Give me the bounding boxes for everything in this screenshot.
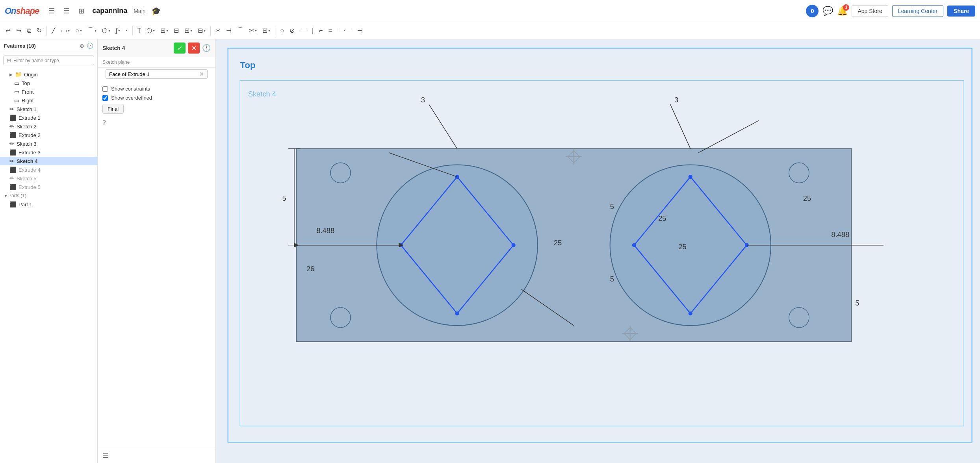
sketch5-label: Sketch 5	[17, 176, 37, 181]
tree-item-sketch3[interactable]: ✏ Sketch 3	[0, 139, 97, 148]
split-tool[interactable]: ✂ ▾	[247, 25, 259, 36]
graduation-icon: 🎓	[151, 6, 161, 16]
diameter-dim[interactable]: ⊘	[287, 25, 297, 36]
sidebar-clock-button[interactable]: 🕐	[87, 43, 93, 49]
polygon-tool[interactable]: ⬡ ▾	[100, 25, 113, 36]
sketch2-label: Sketch 2	[17, 124, 37, 130]
sketch4-label: Sketch 4	[17, 158, 37, 164]
svg-text:25: 25	[658, 214, 666, 222]
confirm-button[interactable]: ✓	[174, 43, 186, 54]
cancel-button[interactable]: ✕	[188, 43, 200, 54]
hamburger-menu-button[interactable]: ☰	[46, 5, 57, 17]
viewport[interactable]: Top Sketch 4	[216, 39, 980, 463]
tree-item-front[interactable]: ▭ Front	[0, 87, 97, 96]
circle-dim[interactable]: ○	[278, 26, 286, 36]
pattern-tool[interactable]: ⊞ ▾	[158, 25, 171, 36]
spline-tool[interactable]: ∫ ▾	[113, 26, 122, 36]
right-label: Right	[22, 98, 33, 104]
undo-button[interactable]: ↩	[3, 25, 13, 36]
sketch-icon: ✏	[9, 123, 14, 130]
appstore-button[interactable]: App Store	[852, 5, 888, 17]
trim-tool[interactable]: ✂	[213, 25, 223, 36]
tree-item-sketch1[interactable]: ✏ Sketch 1	[0, 105, 97, 113]
corner-dim[interactable]: ⌐	[317, 26, 325, 36]
part1-label: Part 1	[19, 202, 32, 207]
copy-button[interactable]: ⧉	[24, 26, 33, 36]
redo-button[interactable]: ↪	[14, 25, 24, 36]
text-tool[interactable]: T	[135, 26, 144, 36]
tree-item-part1[interactable]: ⬛ Part 1	[0, 200, 97, 209]
sketch-options: Show constraints Show overdefined Final	[98, 82, 215, 118]
list-icon-button[interactable]: ☰	[102, 451, 109, 460]
grid-tool[interactable]: ⊞ ▾	[182, 25, 195, 36]
more-dim[interactable]: —·—	[335, 26, 354, 36]
svg-point-2	[455, 311, 459, 315]
extrude-icon: ⬛	[9, 167, 16, 173]
line-dim2[interactable]: |	[310, 26, 316, 36]
tree-item-sketch2[interactable]: ✏ Sketch 2	[0, 122, 97, 131]
mirror-tool[interactable]: ⊞ ▾	[260, 25, 273, 36]
show-overdefined-checkbox[interactable]	[102, 95, 108, 101]
rotate-button[interactable]: ↻	[34, 25, 44, 36]
tree-item-extrude3[interactable]: ⬛ Extrude 3	[0, 148, 97, 157]
front-label: Front	[22, 89, 33, 95]
align-tool[interactable]: ⊟	[171, 25, 181, 36]
sketch4-label-text: Sketch 4	[248, 90, 276, 98]
sketch-plane-value[interactable]: Face of Extrude 1 ✕	[106, 69, 208, 79]
equal-dim[interactable]: =	[326, 26, 334, 36]
show-constraints-checkbox[interactable]	[102, 86, 108, 92]
show-overdefined-row[interactable]: Show overdefined	[102, 95, 211, 101]
extrude4-label: Extrude 4	[19, 167, 41, 173]
svg-point-4	[689, 175, 692, 179]
nav-right: 0 💬 🔔 1 App Store Learning Center Share	[806, 5, 975, 17]
tree-item-top[interactable]: ▭ Top	[0, 79, 97, 87]
arc-tool[interactable]: ⌒ ▾	[85, 25, 99, 36]
clear-plane-icon[interactable]: ✕	[199, 71, 204, 77]
tree-item-right[interactable]: ▭ Right	[0, 96, 97, 105]
part-icon: ⬛	[9, 201, 16, 207]
logo[interactable]: Onshape	[5, 6, 39, 16]
tree-item-extrude5[interactable]: ⬛ Extrude 5	[0, 183, 97, 191]
sidebar: Features (18) ⊕ 🕐 ⊟ ▶ 📁 Origin ▭ Top	[0, 39, 98, 463]
tree-item-origin[interactable]: ▶ 📁 Origin	[0, 70, 97, 79]
sketch-plane-row: Sketch plane	[98, 57, 215, 68]
share-button[interactable]: Share	[947, 6, 975, 17]
svg-line-20	[670, 104, 690, 148]
sidebar-header: Features (18) ⊕ 🕐	[0, 39, 97, 52]
line-dim1[interactable]: —	[298, 26, 309, 36]
rect-tool[interactable]: ▭ ▾	[59, 25, 72, 36]
help-icon[interactable]: ?	[102, 119, 106, 126]
tree-item-sketch5[interactable]: ✏ Sketch 5	[0, 174, 97, 183]
tree-item-extrude4[interactable]: ⬛ Extrude 4	[0, 165, 97, 174]
fillet-tool[interactable]: ⌒	[235, 25, 246, 36]
svg-line-18	[429, 104, 457, 148]
top-navigation: Onshape ☰ ☰ ⊞ capannina Main 🎓 0 💬 🔔 1 A…	[0, 0, 980, 22]
circle-tool[interactable]: ○ ▾	[73, 26, 84, 36]
tree-item-extrude1[interactable]: ⬛ Extrude 1	[0, 113, 97, 122]
feature-list-button[interactable]: ☰	[61, 5, 72, 17]
end-dim[interactable]: ⊣	[355, 25, 365, 36]
show-constraints-row[interactable]: Show constraints	[102, 86, 211, 92]
dxf-tool[interactable]: ⊟ ▾	[195, 25, 208, 36]
tree-item-extrude2[interactable]: ⬛ Extrude 2	[0, 131, 97, 139]
tree-item-sketch4[interactable]: ✏ Sketch 4	[0, 157, 97, 165]
notification-bell[interactable]: 🔔 1	[837, 6, 848, 16]
add-feature-button[interactable]: ⊞	[76, 5, 87, 17]
line-tool[interactable]: ╱	[49, 25, 58, 36]
learning-center-button[interactable]: Learning Center	[892, 5, 943, 17]
offset-tool[interactable]: ⬡ ▾	[144, 25, 157, 36]
search-input[interactable]	[13, 58, 91, 63]
sketch-panel-header: Sketch 4 ✓ ✕ 🕐	[98, 39, 215, 57]
point-tool[interactable]: ·	[123, 26, 130, 36]
sidebar-add-button[interactable]: ⊕	[80, 43, 84, 49]
chat-icon[interactable]: 💬	[822, 6, 833, 16]
final-button[interactable]: Final	[102, 104, 124, 114]
parts-section[interactable]: ▾ Parts (1)	[0, 191, 97, 200]
sketch1-label: Sketch 1	[17, 106, 37, 112]
sketch-icon: ✏	[9, 106, 14, 112]
extrude-icon: ⬛	[9, 149, 16, 156]
extrude2-label: Extrude 2	[19, 132, 41, 138]
extend-tool[interactable]: ⊣	[224, 25, 234, 36]
sidebar-title: Features (18)	[4, 43, 36, 49]
clock-icon[interactable]: 🕐	[202, 43, 211, 54]
